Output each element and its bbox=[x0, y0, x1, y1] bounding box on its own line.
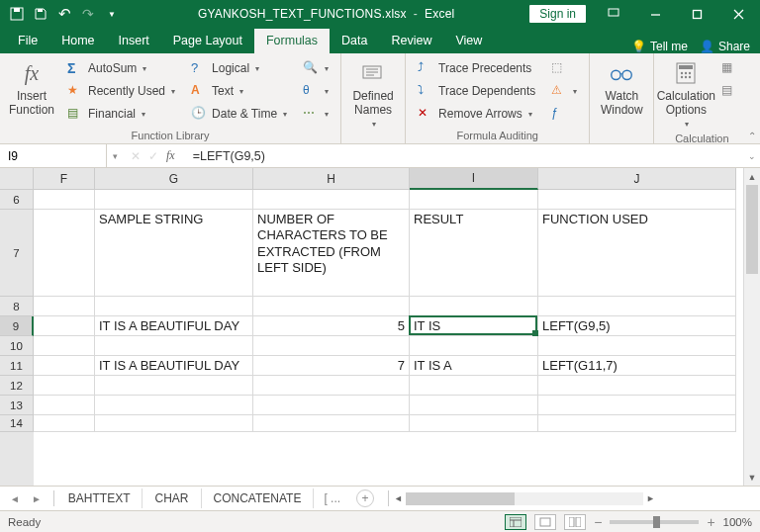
cell-H13[interactable] bbox=[253, 396, 410, 415]
sheet-tab-char[interactable]: CHAR bbox=[142, 488, 201, 508]
zoom-value[interactable]: 100% bbox=[723, 516, 752, 528]
sheet-nav-next[interactable]: ► bbox=[32, 493, 42, 504]
lookup-button[interactable]: 🔍▾ bbox=[297, 57, 334, 79]
defined-names-button[interactable]: Defined Names▾ bbox=[347, 55, 399, 133]
cell-F12[interactable] bbox=[34, 376, 95, 396]
cell-G8[interactable] bbox=[95, 297, 253, 316]
cell-H7[interactable]: NUMBER OF CHARACTERS TO BE EXTRACTED (FR… bbox=[253, 210, 410, 297]
cell-F11[interactable] bbox=[34, 356, 95, 376]
signin-button[interactable]: Sign in bbox=[529, 5, 586, 23]
name-box-dropdown[interactable]: ▾ bbox=[107, 151, 123, 161]
cell-G7[interactable]: SAMPLE STRING bbox=[95, 210, 253, 297]
cell-J9[interactable]: LEFT(G9,5) bbox=[538, 316, 736, 336]
cell-F8[interactable] bbox=[34, 297, 95, 316]
enter-formula-icon[interactable]: ✓ bbox=[148, 149, 158, 163]
row-header-6[interactable]: 6 bbox=[0, 190, 34, 210]
cell-H8[interactable] bbox=[253, 297, 410, 316]
cell-F9[interactable] bbox=[34, 316, 95, 336]
formula-input[interactable]: =LEFT(G9,5) bbox=[187, 149, 744, 163]
row-header-13[interactable]: 13 bbox=[0, 396, 34, 415]
more-functions-button[interactable]: ⋯▾ bbox=[297, 103, 334, 125]
tab-review[interactable]: Review bbox=[379, 29, 443, 53]
cell-I9[interactable]: IT IS bbox=[410, 316, 538, 336]
cell-H11[interactable]: 7 bbox=[253, 356, 410, 376]
cell-F10[interactable] bbox=[34, 336, 95, 356]
tab-home[interactable]: Home bbox=[49, 29, 106, 53]
text-button[interactable]: AText▾ bbox=[185, 80, 293, 102]
cell-G12[interactable] bbox=[95, 376, 253, 396]
calc-options-button[interactable]: Calculation Options▾ bbox=[660, 55, 712, 133]
add-sheet-button[interactable]: + bbox=[356, 489, 374, 507]
cell-I10[interactable] bbox=[410, 336, 538, 356]
vscroll-thumb[interactable] bbox=[746, 185, 758, 274]
math-button[interactable]: θ▾ bbox=[297, 80, 334, 102]
cell-I6[interactable] bbox=[410, 190, 538, 210]
name-box[interactable]: I9 bbox=[0, 144, 107, 167]
calc-now-button[interactable]: ▦ bbox=[715, 57, 743, 79]
cell-F13[interactable] bbox=[34, 396, 95, 415]
tab-view[interactable]: View bbox=[443, 29, 494, 53]
share-button[interactable]: 👤Share bbox=[700, 40, 750, 53]
show-formulas-button[interactable]: ⬚ bbox=[545, 57, 583, 79]
row-header-7[interactable]: 7 bbox=[0, 210, 34, 297]
cell-I14[interactable] bbox=[410, 415, 538, 432]
qat-dropdown-icon[interactable]: ▼ bbox=[101, 3, 123, 25]
row-header-14[interactable]: 14 bbox=[0, 415, 34, 432]
cell-G11[interactable]: IT IS A BEAUTIFUL DAY bbox=[95, 356, 253, 376]
tab-insert[interactable]: Insert bbox=[107, 29, 161, 53]
remove-arrows-button[interactable]: ✕Remove Arrows▾ bbox=[412, 103, 541, 125]
cell-J14[interactable] bbox=[538, 415, 736, 432]
row-header-12[interactable]: 12 bbox=[0, 376, 34, 396]
sheet-tab-concatenate[interactable]: CONCATENATE bbox=[202, 488, 315, 508]
sheet-tab-bahttext[interactable]: BAHTTEXT bbox=[56, 488, 143, 508]
cell-J8[interactable] bbox=[538, 297, 736, 316]
cell-I7[interactable]: RESULT bbox=[410, 210, 538, 297]
zoom-slider[interactable] bbox=[610, 520, 699, 524]
trace-dependents-button[interactable]: ⤵Trace Dependents bbox=[412, 80, 541, 102]
cell-G9[interactable]: IT IS A BEAUTIFUL DAY bbox=[95, 316, 253, 336]
financial-button[interactable]: ▤Financial▾ bbox=[61, 103, 181, 125]
tab-data[interactable]: Data bbox=[330, 29, 379, 53]
scroll-up-icon[interactable]: ▲ bbox=[744, 168, 760, 185]
collapse-ribbon-icon[interactable]: ⌃ bbox=[748, 131, 756, 141]
sheet-tabs-more[interactable]: [ ... bbox=[314, 491, 350, 505]
cell-G13[interactable] bbox=[95, 396, 253, 415]
cell-F14[interactable] bbox=[34, 415, 95, 432]
vertical-scrollbar[interactable]: ▲ ▼ bbox=[743, 168, 760, 486]
normal-view-button[interactable] bbox=[505, 514, 526, 530]
insert-function-button[interactable]: fx Insert Function bbox=[6, 55, 57, 122]
undo-icon[interactable]: ↶ bbox=[53, 3, 75, 25]
page-layout-view-button[interactable] bbox=[534, 514, 556, 530]
tab-page-layout[interactable]: Page Layout bbox=[161, 29, 254, 53]
tab-formulas[interactable]: Formulas bbox=[254, 29, 330, 53]
row-header-10[interactable]: 10 bbox=[0, 336, 34, 356]
cell-G6[interactable] bbox=[95, 190, 253, 210]
grid[interactable]: FGHIJ SAMPLE STRINGNUMBER OF CHARACTERS … bbox=[34, 168, 743, 486]
error-check-button[interactable]: ⚠▾ bbox=[545, 80, 583, 102]
cell-F7[interactable] bbox=[34, 210, 95, 297]
cell-I12[interactable] bbox=[410, 376, 538, 396]
autosave-icon[interactable] bbox=[6, 3, 28, 25]
page-break-view-button[interactable] bbox=[564, 514, 586, 530]
cell-G14[interactable] bbox=[95, 415, 253, 432]
hscroll-thumb[interactable] bbox=[406, 492, 515, 505]
evaluate-button[interactable]: ƒ bbox=[545, 103, 583, 125]
zoom-out-button[interactable]: − bbox=[594, 514, 602, 530]
row-header-9[interactable]: 9 bbox=[0, 316, 34, 336]
cell-H10[interactable] bbox=[253, 336, 410, 356]
autosum-button[interactable]: ΣAutoSum▾ bbox=[61, 57, 181, 79]
zoom-in-button[interactable]: + bbox=[707, 514, 714, 530]
formula-bar-expand[interactable]: ⌄ bbox=[744, 151, 760, 161]
hscroll-right-icon[interactable]: ► bbox=[643, 493, 658, 503]
cell-I8[interactable] bbox=[410, 297, 538, 316]
hscroll-left-icon[interactable]: ◄ bbox=[391, 493, 406, 503]
close-button[interactable] bbox=[724, 0, 752, 28]
scroll-down-icon[interactable]: ▼ bbox=[744, 469, 760, 486]
calc-sheet-button[interactable]: ▤ bbox=[715, 80, 743, 102]
cancel-formula-icon[interactable]: ✕ bbox=[131, 149, 141, 163]
cell-J11[interactable]: LEFT(G11,7) bbox=[538, 356, 736, 376]
cell-J12[interactable] bbox=[538, 376, 736, 396]
redo-icon[interactable]: ↷ bbox=[77, 3, 99, 25]
cell-J6[interactable] bbox=[538, 190, 736, 210]
trace-precedents-button[interactable]: ⤴Trace Precedents bbox=[412, 57, 541, 79]
